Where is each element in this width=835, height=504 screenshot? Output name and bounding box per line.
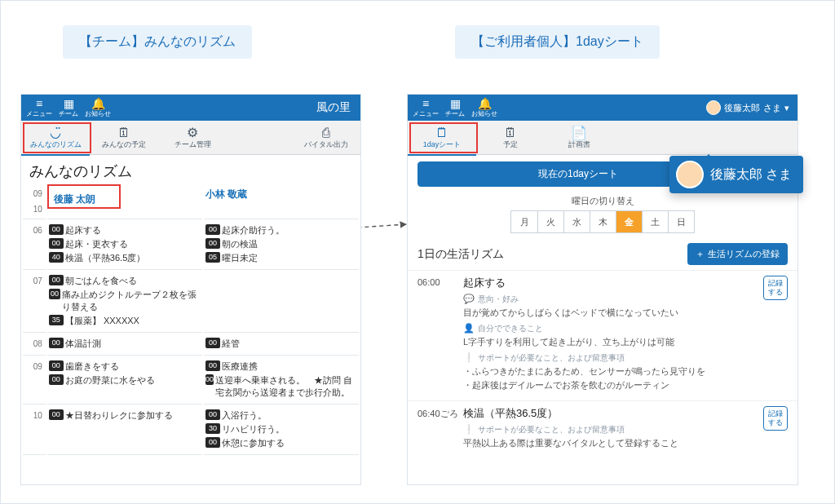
user-link-2[interactable]: 小林 敬蔵 [205, 188, 247, 200]
topbar-right: ≡メニュー ▦チーム 🔔お知らせ 後藤太郎 さま ▾ [408, 95, 797, 121]
schedule-entry[interactable]: 00経管 [205, 338, 356, 350]
panel-team: ≡メニュー ▦チーム 🔔お知らせ 風の里 ◡̈みんなのリズム 🗓みんなの予定 ⚙… [20, 94, 361, 485]
avatar-icon [706, 100, 721, 115]
schedule-entry[interactable]: 00入浴行う。 [205, 409, 356, 422]
graytabs-left: ◡̈みんなのリズム 🗓みんなの予定 ⚙チーム管理 ⎙バイタル出力 [21, 121, 360, 155]
section-title: みんなのリズム [21, 155, 360, 183]
schedule-entry[interactable]: 00送迎車へ乗車される。 ★訪問 自宅玄関から送迎者まで歩行介助。 [205, 374, 356, 399]
avatar-icon [676, 161, 704, 188]
day-金[interactable]: 金 [616, 211, 642, 232]
canvas: 【チーム】みんなのリズム 【ご利用者個人】1dayシート ≡メニュー ▦チーム … [0, 0, 835, 504]
record-button[interactable]: 記録する [763, 406, 788, 431]
day-土[interactable]: 土 [642, 211, 668, 232]
schedule-entry[interactable]: 00起床する [49, 224, 199, 237]
schedule-entry[interactable]: 00痛み止めジクトルテープ２枚を張り替える [49, 289, 199, 313]
schedule-entry[interactable]: 00朝の検温 [205, 238, 356, 250]
user-callout: 後藤太郎 さま [669, 156, 803, 193]
schedule-entry[interactable]: 35【服薬】 XXXXXX [49, 315, 199, 327]
tab-schedule[interactable]: 🗓みんなの予定 [90, 121, 158, 155]
schedule-entry[interactable]: 00起床介助行う。 [205, 224, 356, 237]
banner-user: 【ご利用者個人】1dayシート [455, 25, 660, 59]
day-日[interactable]: 日 [668, 211, 694, 232]
event-block: 06:00起床する💬意向・好み目が覚めてからしばらくはベッドで横になっていたい👤… [408, 270, 797, 400]
plus-icon: ＋ [696, 248, 705, 260]
tab-plan[interactable]: 🗓予定 [476, 121, 545, 155]
tab-1day[interactable]: 🗒1dayシート [408, 121, 476, 155]
day-月[interactable]: 月 [511, 211, 537, 232]
day-selector: 曜日の切り替え 月火水木金土日 [408, 190, 797, 240]
topbar-left: ≡メニュー ▦チーム 🔔お知らせ 風の里 [21, 95, 360, 121]
team-button-r[interactable]: ▦チーム [445, 98, 465, 118]
tab-vitals[interactable]: ⎙バイタル出力 [292, 121, 360, 155]
notice-button[interactable]: 🔔お知らせ [85, 98, 111, 118]
user-link-1[interactable]: 後藤 太朗 [54, 192, 95, 206]
event-block: 06:40ごろ検温（平熱36.5度）❕サポートが必要なこと、および留意事項平熱以… [408, 400, 797, 458]
tab-planbook[interactable]: 📄計画書 [545, 121, 613, 155]
panel-user: ≡メニュー ▦チーム 🔔お知らせ 後藤太郎 さま ▾ 🗒1dayシート 🗓予定 … [407, 94, 798, 485]
user-menu[interactable]: 後藤太郎 さま ▾ [706, 100, 789, 115]
schedule-entry[interactable]: 00起床・更衣する [49, 238, 199, 250]
schedule-entry[interactable]: 00お庭の野菜に水をやる [49, 374, 199, 387]
schedule-entry[interactable]: 05曜日未定 [205, 252, 356, 264]
add-rhythm-button[interactable]: ＋生活リズムの登録 [687, 243, 788, 265]
day-木[interactable]: 木 [590, 211, 616, 232]
team-button[interactable]: ▦チーム [59, 98, 78, 118]
schedule-entry[interactable]: 00朝ごはんを食べる [49, 275, 199, 287]
schedule-entry[interactable]: 30リハビリ行う。 [205, 423, 356, 435]
facility-name: 風の里 [316, 100, 351, 115]
chevron-down-icon: ▾ [784, 103, 789, 113]
day-火[interactable]: 火 [537, 211, 563, 232]
day-水[interactable]: 水 [563, 211, 590, 232]
schedule-entry[interactable]: 40検温（平熱36.5度） [49, 252, 199, 264]
day-label: 曜日の切り替え [408, 195, 797, 207]
tab-rhythm[interactable]: ◡̈みんなのリズム [21, 121, 90, 155]
record-button[interactable]: 記録する [763, 276, 788, 300]
banner-team: 【チーム】みんなのリズム [63, 25, 252, 59]
rhythm-title: 1日の生活リズム [418, 247, 504, 262]
schedule-entry[interactable]: 00★日替わりレクに参加する [49, 409, 199, 422]
schedule-table: 0910 後藤 太朗 小林 敬蔵 0600起床する00起床・更衣する40検温（平… [21, 183, 360, 457]
schedule-entry[interactable]: 00歯磨きをする [49, 360, 199, 373]
schedule-entry[interactable]: 00体温計測 [49, 338, 199, 350]
tab-manage[interactable]: ⚙チーム管理 [158, 121, 227, 155]
notice-button-r[interactable]: 🔔お知らせ [471, 98, 497, 118]
menu-button-r[interactable]: ≡メニュー [413, 98, 439, 118]
schedule-entry[interactable]: 00休憩に参加する [205, 437, 356, 449]
graytabs-right: 🗒1dayシート 🗓予定 📄計画書 [408, 121, 797, 155]
menu-button[interactable]: ≡メニュー [26, 98, 52, 118]
schedule-entry[interactable]: 00医療連携 [205, 360, 356, 373]
